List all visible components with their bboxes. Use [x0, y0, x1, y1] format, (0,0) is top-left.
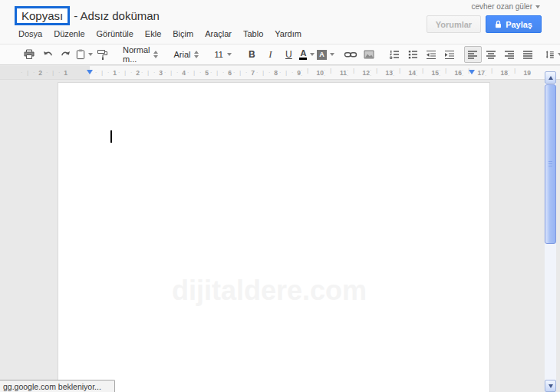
text-color-button[interactable]: A: [298, 46, 316, 63]
ruler-left-band: 21: [17, 66, 68, 79]
header: cevher ozan güler Kopyası - Adsız doküma…: [0, 0, 560, 44]
menu-item[interactable]: Ekle: [145, 29, 161, 38]
styles-dropdown[interactable]: Normal m...: [119, 46, 162, 63]
align-right-button[interactable]: [501, 46, 519, 63]
outdent-icon: [425, 48, 437, 61]
menu-item[interactable]: Biçim: [173, 29, 193, 38]
link-icon: [344, 48, 357, 61]
chevron-down-icon: [535, 5, 540, 8]
ruler-mark: 14: [393, 68, 416, 78]
image-icon: [363, 48, 375, 61]
ruler-mark: 3: [140, 69, 163, 77]
menu-item[interactable]: Tablo: [243, 29, 263, 38]
title-rest: - Adsız doküman: [74, 9, 160, 22]
comments-button[interactable]: Yorumlar: [427, 15, 481, 33]
ruler-page-band: 12345678910111213141516171819: [94, 66, 531, 79]
document-page[interactable]: dijitaldere.com: [58, 82, 490, 392]
left-margin-marker[interactable]: [87, 70, 93, 74]
ruler-mark: 19: [508, 68, 531, 78]
font-size-value: 11: [214, 50, 222, 59]
align-justify-icon: [522, 48, 534, 61]
ruler-mark: 12: [347, 68, 370, 78]
font-dropdown[interactable]: Arial: [170, 46, 203, 63]
highlight-icon: A: [317, 50, 327, 60]
google-docs-window: cevher ozan güler Kopyası - Adsız doküma…: [0, 0, 560, 392]
ruler-mark: 5: [186, 69, 209, 77]
decrease-indent-button[interactable]: [423, 46, 440, 63]
bold-button[interactable]: B: [243, 46, 261, 63]
ruler-mark: 10: [301, 68, 324, 78]
numbered-list-button[interactable]: [386, 46, 404, 63]
header-buttons: Yorumlar Paylaş: [427, 15, 542, 33]
ruler-mark: 1: [42, 69, 68, 77]
redo-button[interactable]: [57, 46, 74, 63]
numbered-list-icon: [388, 48, 400, 61]
bulleted-list-button[interactable]: [404, 46, 422, 63]
ruler-mark: 16: [439, 68, 462, 78]
arrow-up-icon: [548, 76, 553, 80]
ruler-mark: 15: [416, 68, 439, 78]
bold-label: B: [249, 49, 255, 60]
menu-item[interactable]: Düzenle: [54, 29, 84, 38]
text-cursor: [110, 130, 112, 143]
document-title[interactable]: Kopyası - Adsız doküman: [15, 6, 160, 25]
align-center-icon: [485, 48, 497, 61]
align-left-icon: [466, 48, 479, 61]
underline-label: U: [285, 49, 292, 60]
share-button[interactable]: Paylaş: [486, 15, 542, 33]
ruler-mark: 2: [117, 69, 140, 77]
vertical-scrollbar[interactable]: [545, 71, 556, 392]
ruler-mark: 2: [17, 69, 42, 77]
scrollbar-thumb[interactable]: [545, 84, 556, 244]
insert-image-button[interactable]: [361, 46, 378, 63]
updown-icon: [153, 51, 158, 58]
align-center-button[interactable]: [483, 46, 500, 63]
ruler-mark: 6: [209, 69, 232, 77]
chevron-down-icon: [88, 53, 93, 56]
paint-format-button[interactable]: [94, 46, 111, 63]
align-right-icon: [503, 48, 516, 61]
print-button[interactable]: [20, 46, 38, 63]
italic-button[interactable]: I: [262, 46, 279, 63]
scroll-up-button[interactable]: [545, 71, 556, 84]
chevron-down-icon: [310, 53, 315, 56]
web-clipboard-button[interactable]: [75, 46, 93, 63]
share-label: Paylaş: [506, 20, 532, 29]
align-left-button[interactable]: [464, 46, 482, 63]
menu-item[interactable]: Görüntüle: [97, 29, 133, 38]
menu-item[interactable]: Dosya: [18, 29, 42, 38]
align-justify-button[interactable]: [519, 46, 537, 63]
highlight-color-button[interactable]: A: [317, 46, 334, 63]
line-spacing-button[interactable]: [545, 46, 560, 63]
document-canvas: dijitaldere.com: [0, 81, 560, 392]
printer-icon: [23, 48, 35, 61]
chevron-down-icon: [330, 53, 334, 56]
paint-roller-icon: [97, 48, 109, 61]
account-name: cevher ozan güler: [472, 2, 533, 11]
clipboard-icon: [75, 48, 86, 61]
ruler-mark: 9: [278, 69, 301, 77]
font-size-dropdown[interactable]: 11: [210, 46, 235, 63]
ruler: 21 12345678910111213141516171819: [0, 66, 560, 80]
lock-icon: [495, 20, 502, 28]
right-margin-marker[interactable]: [469, 70, 475, 74]
underline-button[interactable]: U: [280, 46, 298, 63]
ruler-mark: 11: [324, 68, 347, 78]
menu-item[interactable]: Yardım: [275, 29, 301, 38]
ruler-mark: 4: [163, 69, 186, 77]
insert-link-button[interactable]: [342, 46, 360, 63]
increase-indent-button[interactable]: [441, 46, 459, 63]
title-highlight-annotation: Kopyası: [15, 6, 70, 25]
account-menu[interactable]: cevher ozan güler: [472, 2, 541, 11]
menu-item[interactable]: Araçlar: [205, 29, 232, 38]
scroll-down-button[interactable]: [545, 380, 556, 392]
ruler-mark: 8: [255, 69, 278, 77]
undo-icon: [41, 48, 54, 61]
chevron-down-icon: [227, 53, 232, 56]
font-value: Arial: [173, 50, 190, 59]
redo-icon: [60, 48, 72, 61]
updown-icon: [194, 51, 199, 58]
indent-icon: [443, 48, 456, 61]
undo-button[interactable]: [38, 46, 56, 63]
styles-value: Normal m...: [123, 45, 150, 64]
